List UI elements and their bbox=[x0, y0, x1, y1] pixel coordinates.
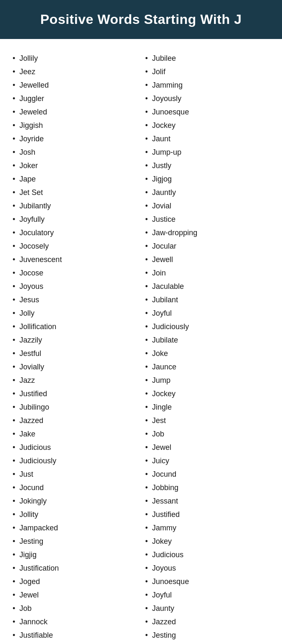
list-item: Jape bbox=[13, 172, 137, 186]
list-item: Jocose bbox=[13, 266, 137, 280]
list-item: Jubilingo bbox=[13, 400, 137, 414]
list-item: Jewell bbox=[145, 253, 269, 266]
list-item: Joyride bbox=[13, 132, 137, 145]
list-item: Jocular bbox=[145, 239, 269, 253]
list-item: Joyfully bbox=[13, 213, 137, 226]
list-item: Jet Set bbox=[13, 186, 137, 199]
list-item: Jocund bbox=[145, 467, 269, 481]
list-item: Jaunce bbox=[145, 360, 269, 374]
list-item: Joged bbox=[13, 575, 137, 588]
list-item: Jazzed bbox=[13, 414, 137, 427]
list-item: Job bbox=[145, 427, 269, 441]
list-item: Jewelled bbox=[13, 78, 137, 92]
list-item: Jazz bbox=[13, 374, 137, 387]
page-title: Positive Words Starting With J bbox=[13, 12, 269, 27]
list-item: Jolly bbox=[13, 306, 137, 320]
list-item: Jocund bbox=[13, 481, 137, 494]
word-columns: JollilyJeezJewelledJugglerJeweledJiggish… bbox=[13, 52, 269, 644]
list-item: Juggler bbox=[145, 642, 269, 644]
list-item: Joyful bbox=[145, 306, 269, 320]
list-item: Joyous bbox=[13, 280, 137, 293]
list-item: Joke bbox=[145, 347, 269, 360]
list-item: Jollily bbox=[13, 52, 137, 65]
right-column: JubileeJolifJammingJoyouslyJunoesqueJock… bbox=[145, 52, 269, 644]
list-item: Jazzily bbox=[13, 333, 137, 347]
list-item: Jeez bbox=[13, 65, 137, 78]
list-item: Jubilate bbox=[145, 333, 269, 347]
left-word-list: JollilyJeezJewelledJugglerJeweledJiggish… bbox=[13, 52, 137, 644]
list-item: Jump bbox=[145, 374, 269, 387]
list-item: Jovial bbox=[145, 199, 269, 213]
list-item: Jewel bbox=[145, 441, 269, 454]
right-word-list: JubileeJolifJammingJoyouslyJunoesqueJock… bbox=[145, 52, 269, 644]
list-item: Jollification bbox=[13, 320, 137, 333]
list-item: Jaunty bbox=[145, 602, 269, 615]
list-item: Jigjog bbox=[145, 172, 269, 186]
list-item: Jigjig bbox=[13, 548, 137, 561]
list-item: Jesting bbox=[145, 628, 269, 642]
list-item: Judiciously bbox=[145, 320, 269, 333]
list-item: Jaunt bbox=[145, 132, 269, 145]
list-item: Jannock bbox=[13, 615, 137, 628]
list-item: Jauntly bbox=[145, 186, 269, 199]
list-item: Justification bbox=[13, 561, 137, 575]
list-item: Jokingly bbox=[13, 494, 137, 508]
header: Positive Words Starting With J bbox=[0, 0, 282, 39]
list-item: Jessant bbox=[145, 494, 269, 508]
list-item: Justified bbox=[145, 508, 269, 521]
list-item: Jazzed bbox=[145, 615, 269, 628]
list-item: Judicious bbox=[145, 548, 269, 561]
list-item: Jest bbox=[145, 414, 269, 427]
list-item: Jollity bbox=[13, 508, 137, 521]
list-item: Justly bbox=[145, 159, 269, 172]
list-item: Job bbox=[13, 602, 137, 615]
list-item: Junoesque bbox=[145, 575, 269, 588]
list-item: Jampacked bbox=[13, 521, 137, 535]
list-item: Jaw-dropping bbox=[145, 226, 269, 239]
list-item: Justice bbox=[145, 213, 269, 226]
list-item: Jubilee bbox=[145, 52, 269, 65]
list-item: Jobbing bbox=[145, 481, 269, 494]
list-item: Jammy bbox=[145, 521, 269, 535]
list-item: Junoesque bbox=[145, 105, 269, 119]
list-item: Jake bbox=[13, 427, 137, 441]
list-item: Jokey bbox=[145, 535, 269, 548]
list-item: Jolif bbox=[145, 65, 269, 78]
list-item: Jobbing bbox=[13, 642, 137, 644]
list-item: Jesting bbox=[13, 535, 137, 548]
list-item: Jocosely bbox=[13, 239, 137, 253]
list-item: Jaculable bbox=[145, 280, 269, 293]
list-item: Justifiable bbox=[13, 628, 137, 642]
list-item: Josh bbox=[13, 145, 137, 159]
list-item: Jump-up bbox=[145, 145, 269, 159]
list-item: Juicy bbox=[145, 454, 269, 467]
list-item: Joyous bbox=[145, 561, 269, 575]
left-column: JollilyJeezJewelledJugglerJeweledJiggish… bbox=[13, 52, 137, 644]
list-item: Judiciously bbox=[13, 454, 137, 467]
list-item: Just bbox=[13, 467, 137, 481]
list-item: Joker bbox=[13, 159, 137, 172]
list-item: Joyful bbox=[145, 588, 269, 602]
list-item: Jubilantly bbox=[13, 199, 137, 213]
list-item: Jamming bbox=[145, 78, 269, 92]
list-item: Jockey bbox=[145, 119, 269, 132]
list-item: Join bbox=[145, 266, 269, 280]
list-item: Jovially bbox=[13, 360, 137, 374]
list-item: Joyously bbox=[145, 92, 269, 105]
list-item: Jewel bbox=[13, 588, 137, 602]
list-item: Juggler bbox=[13, 92, 137, 105]
list-item: Justified bbox=[13, 387, 137, 400]
list-item: Juvenescent bbox=[13, 253, 137, 266]
list-item: Jiggish bbox=[13, 119, 137, 132]
list-item: Joculatory bbox=[13, 226, 137, 239]
list-item: Jeweled bbox=[13, 105, 137, 119]
list-item: Jingle bbox=[145, 400, 269, 414]
content-area: JollilyJeezJewelledJugglerJeweledJiggish… bbox=[0, 39, 282, 644]
list-item: Jestful bbox=[13, 347, 137, 360]
list-item: Jubilant bbox=[145, 293, 269, 306]
list-item: Jockey bbox=[145, 387, 269, 400]
list-item: Jesus bbox=[13, 293, 137, 306]
list-item: Judicious bbox=[13, 441, 137, 454]
